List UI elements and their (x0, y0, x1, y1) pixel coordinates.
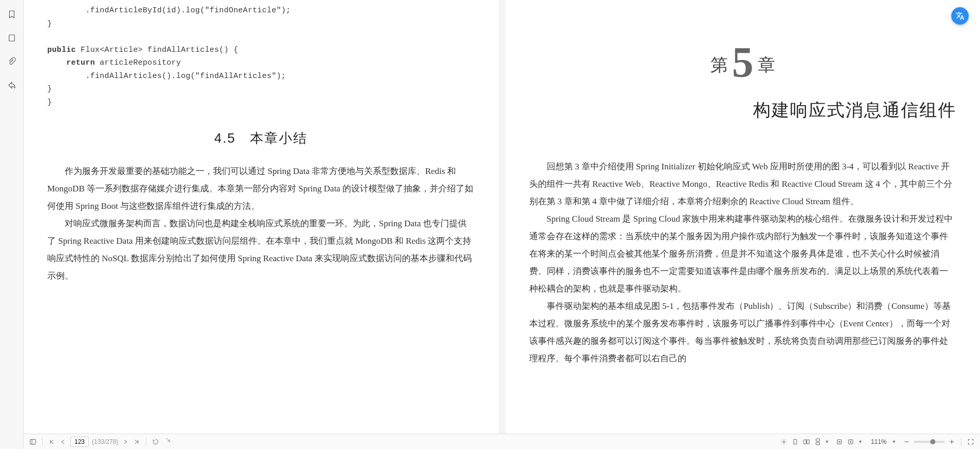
svg-rect-8 (806, 439, 809, 443)
body-paragraph: 对响应式微服务架构而言，数据访问也是构建全栈响应式系统的重要一环。为此，Spri… (47, 215, 475, 285)
body-paragraph: 作为服务开发最重要的基础功能之一，我们可以通过 Spring Data 非常方便… (47, 163, 475, 215)
page-number-input[interactable] (70, 437, 89, 447)
last-page-icon[interactable] (132, 438, 141, 446)
zoom-out-icon[interactable] (902, 438, 911, 446)
svg-point-5 (783, 441, 785, 443)
share-icon[interactable] (7, 80, 17, 90)
zoom-slider[interactable] (914, 441, 945, 443)
view-dropdown-icon[interactable]: ▼ (825, 439, 830, 444)
svg-rect-3 (30, 439, 36, 444)
document-viewport: .findArticleById(id).log("findOneArticle… (24, 0, 980, 434)
code-block: .findArticleById(id).log("findOneArticle… (47, 4, 475, 109)
thumbnails-icon[interactable] (7, 33, 17, 43)
fit-dropdown-icon[interactable]: ▼ (858, 439, 862, 444)
fit-page-icon[interactable] (847, 438, 855, 446)
first-page-icon[interactable] (48, 438, 56, 446)
svg-rect-7 (803, 439, 806, 443)
svg-rect-6 (794, 439, 797, 444)
svg-rect-9 (816, 439, 819, 441)
view-double-icon[interactable] (802, 438, 811, 446)
side-rail (0, 0, 24, 449)
chapter-number: 第 5 章 (529, 35, 957, 78)
view-scroll-icon[interactable] (814, 438, 822, 446)
rotate-left-icon[interactable] (151, 438, 160, 446)
panel-toggle-icon[interactable] (29, 438, 37, 446)
fullscreen-icon[interactable] (967, 438, 975, 446)
fit-width-icon[interactable] (835, 438, 843, 446)
bookmark-icon[interactable] (7, 9, 17, 19)
body-paragraph: Spring Cloud Stream 是 Spring Cloud 家族中用来… (529, 210, 957, 298)
prev-page-icon[interactable] (59, 438, 67, 446)
svg-rect-0 (9, 35, 14, 41)
rotate-right-icon[interactable] (163, 438, 171, 446)
zoom-level: 111% (871, 438, 887, 445)
status-bar: (133/278) ▼ ▼ 111% ▼ (24, 434, 980, 449)
zoom-dropdown-icon[interactable]: ▼ (892, 439, 896, 444)
view-single-icon[interactable] (791, 438, 799, 446)
section-heading: 4.5 本章小结 (47, 129, 475, 147)
read-aloud-icon[interactable] (780, 438, 788, 446)
next-page-icon[interactable] (121, 438, 129, 446)
body-paragraph: 事件驱动架构的基本组成见图 5-1，包括事件发布（Publish）、订阅（Sub… (529, 298, 957, 367)
zoom-in-icon[interactable] (948, 438, 956, 446)
translate-fab[interactable] (951, 7, 969, 25)
page-left: .findArticleById(id).log("findOneArticle… (24, 0, 498, 434)
page-right: 第 5 章 构建响应式消息通信组件 回想第 3 章中介绍使用 Spring In… (506, 0, 981, 434)
chapter-title: 构建响应式消息通信组件 (529, 99, 957, 122)
body-paragraph: 回想第 3 章中介绍使用 Spring Initializer 初始化响应式 W… (529, 158, 957, 210)
svg-rect-10 (816, 442, 819, 445)
page-total: (133/278) (92, 438, 118, 445)
attachment-icon[interactable] (7, 56, 17, 67)
